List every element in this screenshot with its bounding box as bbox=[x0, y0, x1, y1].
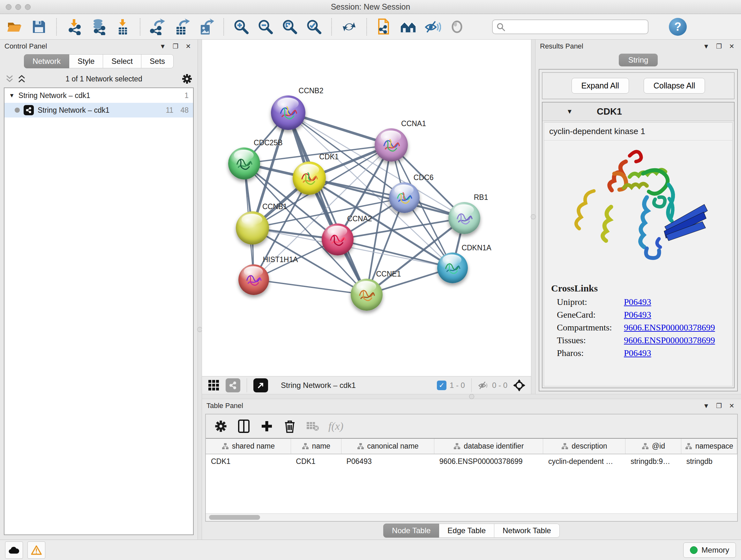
show-columns-button[interactable] bbox=[237, 419, 251, 434]
network-collection-row[interactable]: ▼ String Network – cdk1 1 bbox=[4, 88, 193, 103]
splitter-handle[interactable] bbox=[469, 394, 474, 399]
add-column-button[interactable] bbox=[259, 419, 274, 434]
import-network-file-button[interactable] bbox=[66, 18, 82, 36]
help-button[interactable]: ? bbox=[669, 18, 687, 36]
table-cell[interactable]: CDK1 bbox=[206, 454, 291, 469]
control-panel-menu-button[interactable]: ▼ bbox=[158, 43, 167, 50]
grid-view-button[interactable] bbox=[206, 378, 221, 392]
string-home-button[interactable] bbox=[400, 18, 417, 36]
column-header-name[interactable]: name bbox=[291, 439, 341, 454]
table-cell[interactable]: P06493 bbox=[341, 454, 434, 469]
table-cell[interactable]: CDK1 bbox=[291, 454, 341, 469]
table-cell[interactable]: stringdb bbox=[681, 454, 737, 469]
warnings-button[interactable] bbox=[27, 542, 45, 559]
import-network-database-button[interactable] bbox=[90, 18, 107, 36]
column-header-description[interactable]: description bbox=[543, 439, 625, 454]
node-CDKN1A[interactable] bbox=[437, 253, 468, 283]
crosslink-link[interactable]: P06493 bbox=[624, 348, 651, 358]
save-session-button[interactable] bbox=[30, 18, 47, 36]
export-network-button[interactable] bbox=[149, 18, 166, 36]
network-row-selected[interactable]: String Network – cdk1 11 48 bbox=[4, 103, 193, 118]
open-session-button[interactable] bbox=[6, 18, 23, 36]
close-window-button[interactable] bbox=[6, 4, 11, 10]
tab-node-table[interactable]: Node Table bbox=[383, 523, 439, 538]
crosslink-link[interactable]: 9606.ENSP00000378699 bbox=[624, 335, 715, 346]
node-RB1[interactable] bbox=[448, 202, 480, 234]
crosslink-link[interactable]: 9606.ENSP00000378699 bbox=[624, 322, 715, 333]
tab-sets[interactable]: Sets bbox=[141, 54, 174, 68]
function-builder-button[interactable]: f(x) bbox=[328, 420, 343, 432]
selected-checkbox-icon[interactable]: ✓ bbox=[437, 381, 447, 390]
node-CCNA2[interactable] bbox=[322, 224, 354, 255]
node-CCNB1[interactable] bbox=[236, 211, 269, 245]
node-CCNA1[interactable] bbox=[375, 128, 408, 162]
column-header-@id[interactable]: @id bbox=[625, 439, 681, 454]
edge-HIST1H1A-CCNE1[interactable] bbox=[254, 280, 367, 295]
delete-table-button[interactable] bbox=[306, 419, 320, 434]
node-CDK1[interactable] bbox=[293, 162, 326, 195]
collapse-triangle-icon[interactable]: ▼ bbox=[542, 108, 597, 115]
table-settings-button[interactable] bbox=[213, 419, 228, 434]
expand-all-button[interactable]: Expand All bbox=[571, 78, 629, 94]
birds-eye-button[interactable] bbox=[512, 378, 527, 392]
zoom-selected-button[interactable] bbox=[306, 18, 322, 36]
import-table-file-button[interactable] bbox=[114, 18, 131, 36]
gear-icon[interactable] bbox=[182, 73, 192, 84]
left-splitter[interactable] bbox=[198, 40, 202, 540]
zoom-out-button[interactable] bbox=[257, 18, 274, 36]
export-image-button[interactable] bbox=[198, 18, 214, 36]
splitter-handle[interactable] bbox=[531, 214, 536, 219]
detach-view-button[interactable] bbox=[253, 378, 268, 392]
results-panel-close-button[interactable]: ✕ bbox=[727, 43, 737, 50]
node-CDC6[interactable] bbox=[389, 182, 420, 213]
control-panel-float-button[interactable]: ❐ bbox=[171, 43, 180, 50]
protein-card-header[interactable]: ▼ CDK1 bbox=[542, 103, 734, 121]
node-CCNE1[interactable] bbox=[351, 279, 383, 311]
expand-all-icon[interactable] bbox=[17, 74, 26, 83]
table-hscrollbar[interactable] bbox=[206, 513, 737, 521]
minimize-window-button[interactable] bbox=[15, 4, 21, 10]
export-table-button[interactable] bbox=[174, 18, 190, 36]
table-panel-menu-button[interactable]: ▼ bbox=[701, 402, 711, 410]
cloud-status-button[interactable] bbox=[5, 542, 23, 559]
tab-string[interactable]: String bbox=[619, 54, 658, 66]
search-input[interactable] bbox=[492, 19, 649, 34]
crosslink-link[interactable]: P06493 bbox=[624, 297, 651, 307]
node-HIST1H1A[interactable] bbox=[239, 264, 269, 295]
tab-style[interactable]: Style bbox=[69, 54, 103, 68]
hidden-eye-icon[interactable] bbox=[478, 381, 489, 390]
results-panel-menu-button[interactable]: ▼ bbox=[701, 43, 711, 50]
edge-CCNB2-CCNE1[interactable] bbox=[288, 113, 366, 295]
hide-panel-button[interactable] bbox=[424, 18, 441, 36]
tab-select[interactable]: Select bbox=[103, 54, 141, 68]
splitter-handle[interactable] bbox=[197, 327, 202, 332]
column-header-shared-name[interactable]: shared name bbox=[206, 439, 291, 454]
zoom-in-button[interactable] bbox=[233, 18, 250, 36]
apply-layout-button[interactable] bbox=[341, 18, 357, 36]
collapse-triangle-icon[interactable]: ▼ bbox=[9, 92, 15, 99]
column-header-canonical-name[interactable]: canonical name bbox=[341, 439, 434, 454]
zoom-window-button[interactable] bbox=[25, 4, 30, 10]
table-cell[interactable]: cyclin-dependent … bbox=[543, 454, 625, 469]
results-panel-float-button[interactable]: ❐ bbox=[714, 43, 724, 50]
horizontal-splitter[interactable] bbox=[202, 394, 741, 399]
node-CCNB2[interactable] bbox=[271, 96, 306, 130]
right-splitter[interactable] bbox=[531, 40, 536, 394]
node-CDC25B[interactable] bbox=[228, 147, 260, 179]
column-header-namespace[interactable]: namespace bbox=[681, 439, 737, 454]
tab-network[interactable]: Network bbox=[24, 54, 69, 68]
network-canvas[interactable]: CCNB2CCNA1CDC25BCDK1CDC6RB1CCNB1CCNA2CDK… bbox=[202, 40, 531, 376]
table-cell[interactable]: stringdb:9… bbox=[625, 454, 681, 469]
collapse-all-icon[interactable] bbox=[5, 74, 14, 83]
zoom-fit-button[interactable] bbox=[281, 18, 298, 36]
tab-edge-table[interactable]: Edge Table bbox=[439, 523, 494, 538]
network-share-button[interactable] bbox=[226, 378, 240, 392]
table-cell[interactable]: 9606.ENSP00000378699 bbox=[434, 454, 543, 469]
table-row[interactable]: CDK1CDK1P064939606.ENSP00000378699cyclin… bbox=[206, 454, 737, 469]
scrollbar-thumb[interactable] bbox=[209, 515, 260, 520]
show-graphics-button[interactable] bbox=[449, 18, 465, 36]
table-panel-close-button[interactable]: ✕ bbox=[727, 402, 737, 410]
column-header-database-identifier[interactable]: database identifier bbox=[434, 439, 543, 454]
tab-network-table[interactable]: Network Table bbox=[494, 523, 560, 538]
crosslink-link[interactable]: P06493 bbox=[624, 310, 651, 320]
